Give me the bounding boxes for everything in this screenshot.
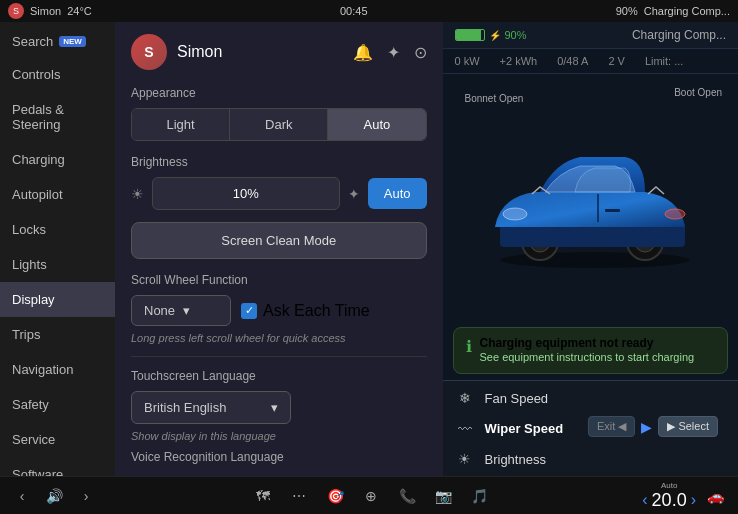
ask-each-time-checkbox[interactable]: ✓ bbox=[241, 303, 257, 319]
back-button[interactable]: ‹ bbox=[8, 482, 36, 510]
phone-icon[interactable]: 📞 bbox=[393, 482, 421, 510]
fan-icon: ❄ bbox=[455, 390, 475, 406]
car-button[interactable]: 🚗 bbox=[702, 482, 730, 510]
svg-rect-9 bbox=[605, 209, 620, 212]
scroll-hint: Long press left scroll wheel for quick a… bbox=[131, 332, 427, 344]
right-panel: ⚡ 90% Charging Comp... 0 kW +2 kWh 0/48 … bbox=[443, 22, 739, 476]
brightness-overlay-row[interactable]: ☀ Brightness bbox=[443, 446, 739, 472]
top-bar-left: S Simon 24°C bbox=[8, 3, 92, 19]
map-icon[interactable]: 🗺 bbox=[249, 482, 277, 510]
header-icons: 🔔 ✦ ⊙ bbox=[353, 43, 427, 62]
wiper-icon: 〰 bbox=[455, 421, 475, 437]
brightness-bar: 10% bbox=[152, 177, 340, 210]
taskbar: ‹ 🔊 › 🗺 ⋯ 🎯 ⊕ 📞 📷 🎵 Auto ‹ 20.0 › 🚗 bbox=[0, 476, 738, 514]
bluetooth-icon[interactable]: ✦ bbox=[387, 43, 400, 62]
appearance-auto-btn[interactable]: Auto bbox=[328, 109, 425, 140]
brightness-overlay-icon: ☀ bbox=[455, 451, 475, 467]
sidebar-item-safety[interactable]: Safety bbox=[0, 387, 115, 422]
sidebar-item-controls[interactable]: Controls bbox=[0, 57, 115, 92]
target-icon[interactable]: 🎯 bbox=[321, 482, 349, 510]
exit-select-controls: Exit ◀ ▶ ▶ Select bbox=[580, 416, 726, 441]
sidebar-item-pedals[interactable]: Pedals & Steering bbox=[0, 92, 115, 142]
volume-button[interactable]: 🔊 bbox=[40, 482, 68, 510]
locks-label: Locks bbox=[12, 222, 46, 237]
bell-icon[interactable]: 🔔 bbox=[353, 43, 373, 62]
taskbar-center: 🗺 ⋯ 🎯 ⊕ 📞 📷 🎵 bbox=[249, 482, 493, 510]
sidebar-item-navigation[interactable]: Navigation bbox=[0, 352, 115, 387]
sidebar-item-display[interactable]: Display bbox=[0, 282, 115, 317]
scroll-wheel-label: Scroll Wheel Function bbox=[131, 273, 427, 287]
language-dropdown[interactable]: British English ▾ bbox=[131, 391, 291, 424]
charging-label: Charging bbox=[12, 152, 65, 167]
scroll-dropdown[interactable]: None ▾ bbox=[131, 295, 231, 326]
appearance-dark-btn[interactable]: Dark bbox=[230, 109, 328, 140]
notif-body: See equipment instructions to start char… bbox=[480, 350, 695, 365]
wiper-speed-row[interactable]: 〰 Wiper Speed Exit ◀ ▶ ▶ Select bbox=[443, 411, 739, 446]
chevron-down-icon: ▾ bbox=[183, 303, 190, 318]
wiper-speed-label: Wiper Speed bbox=[485, 421, 570, 436]
avatar: S bbox=[131, 34, 167, 70]
forward-button[interactable]: › bbox=[72, 482, 100, 510]
svg-point-7 bbox=[503, 208, 527, 220]
wifi-icon[interactable]: ⊙ bbox=[414, 43, 427, 62]
speed-left-chevron[interactable]: ‹ bbox=[642, 491, 647, 509]
charging-stats: 0 kW +2 kWh 0/48 A 2 V Limit: ... bbox=[443, 49, 739, 74]
top-time: 00:45 bbox=[340, 5, 368, 17]
top-status-bar: S Simon 24°C 00:45 90% Charging Comp... bbox=[0, 0, 738, 22]
speed-right-chevron[interactable]: › bbox=[691, 491, 696, 509]
fan-speed-row[interactable]: ❄ Fan Speed bbox=[443, 385, 739, 411]
service-label: Service bbox=[12, 432, 55, 447]
voice-recognition-label: Voice Recognition Language bbox=[131, 450, 427, 464]
info-icon: ℹ bbox=[466, 337, 472, 356]
search-label: Search bbox=[12, 34, 53, 49]
stat-limit: Limit: ... bbox=[645, 55, 684, 67]
software-label: Software bbox=[12, 467, 63, 476]
auto-label: Auto bbox=[661, 481, 677, 490]
music-icon[interactable]: 🎵 bbox=[465, 482, 493, 510]
stat-amp: 0/48 A bbox=[557, 55, 588, 67]
sidebar-item-locks[interactable]: Locks bbox=[0, 212, 115, 247]
sidebar-item-charging[interactable]: Charging bbox=[0, 142, 115, 177]
brightness-overlay-label: Brightness bbox=[485, 452, 727, 467]
right-chevron-icon: ▶ bbox=[641, 419, 652, 435]
brightness-auto-btn[interactable]: Auto bbox=[368, 178, 427, 209]
sidebar: Search NEW Controls Pedals & Steering Ch… bbox=[0, 22, 115, 476]
stat-kw: 0 kW bbox=[455, 55, 480, 67]
sidebar-item-autopilot[interactable]: Autopilot bbox=[0, 177, 115, 212]
user-name: Simon bbox=[177, 43, 222, 61]
screen-clean-button[interactable]: Screen Clean Mode bbox=[131, 222, 427, 259]
safety-label: Safety bbox=[12, 397, 49, 412]
top-avatar: S bbox=[8, 3, 24, 19]
brightness-label: Brightness bbox=[131, 155, 427, 169]
fan-speed-label: Fan Speed bbox=[485, 391, 727, 406]
appearance-light-btn[interactable]: Light bbox=[132, 109, 230, 140]
sidebar-item-trips[interactable]: Trips bbox=[0, 317, 115, 352]
show-lang-text: Show display in this language bbox=[131, 430, 427, 442]
select-button[interactable]: ▶ Select bbox=[658, 416, 718, 437]
top-temp: 24°C bbox=[67, 5, 92, 17]
navigation-label: Navigation bbox=[12, 362, 73, 377]
charging-header: ⚡ 90% Charging Comp... bbox=[443, 22, 739, 49]
sidebar-item-search[interactable]: Search NEW bbox=[0, 26, 115, 57]
taskbar-left: ‹ 🔊 › bbox=[8, 482, 100, 510]
battery-pct: 90% bbox=[505, 29, 527, 41]
circle-icon[interactable]: ⊕ bbox=[357, 482, 385, 510]
appearance-toggle: Light Dark Auto bbox=[131, 108, 427, 141]
stat-kwh: +2 kWh bbox=[500, 55, 538, 67]
speed-control: ‹ 20.0 › bbox=[642, 490, 696, 511]
sidebar-item-lights[interactable]: Lights bbox=[0, 247, 115, 282]
apps-icon[interactable]: ⋯ bbox=[285, 482, 313, 510]
settings-panel: S Simon 🔔 ✦ ⊙ Appearance Light Dark Auto… bbox=[115, 22, 443, 476]
top-charging-title: Charging Comp... bbox=[644, 5, 730, 17]
brightness-row: ☀ 10% ✦ Auto bbox=[131, 177, 427, 210]
pedals-label: Pedals & Steering bbox=[12, 102, 103, 132]
exit-button[interactable]: Exit ◀ bbox=[588, 416, 635, 437]
sidebar-item-service[interactable]: Service bbox=[0, 422, 115, 457]
top-battery: 90% bbox=[616, 5, 638, 17]
taskbar-right: Auto ‹ 20.0 › 🚗 bbox=[642, 481, 730, 511]
lightning-icon: ⚡ bbox=[489, 30, 501, 41]
scroll-wheel-section: Scroll Wheel Function None ▾ ✓ Ask Each … bbox=[131, 273, 427, 344]
autopilot-label: Autopilot bbox=[12, 187, 63, 202]
camera-icon[interactable]: 📷 bbox=[429, 482, 457, 510]
sidebar-item-software[interactable]: Software bbox=[0, 457, 115, 476]
